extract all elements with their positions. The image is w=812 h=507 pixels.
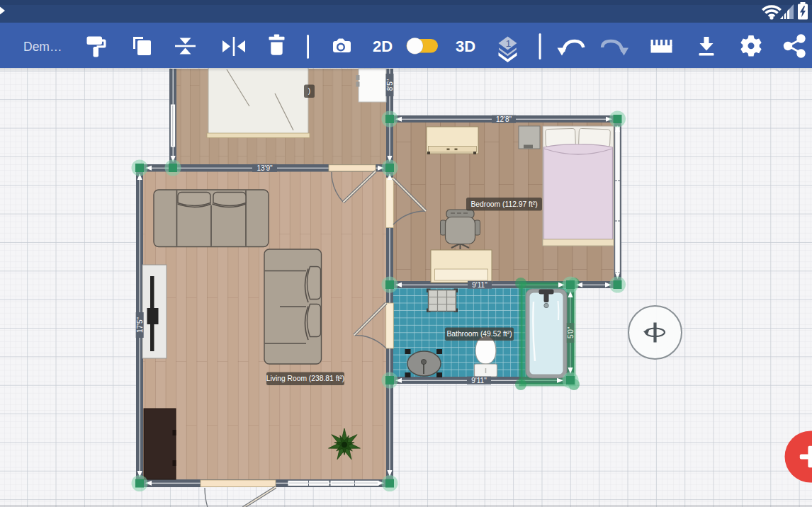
svg-text:Bedroom (112.97 ft²): Bedroom (112.97 ft²): [470, 200, 537, 208]
svg-text:1: 1: [506, 38, 512, 49]
svg-text:2D: 2D: [373, 38, 393, 55]
svg-text:13'9": 13'9": [256, 164, 273, 172]
svg-text:Dem…: Dem…: [23, 40, 62, 54]
svg-text:12'8": 12'8": [496, 115, 512, 123]
svg-text:): ): [308, 87, 310, 95]
svg-text:9'11": 9'11": [472, 281, 487, 289]
svg-text:9'11": 9'11": [471, 377, 487, 384]
svg-text:Living Room (238.81 ft²): Living Room (238.81 ft²): [266, 375, 344, 382]
svg-text:Bathroom (49.52 ft²): Bathroom (49.52 ft²): [446, 330, 512, 338]
svg-text:5'0": 5'0": [567, 326, 575, 338]
svg-text:8'5": 8'5": [386, 79, 394, 91]
svg-text:3D: 3D: [456, 38, 475, 55]
svg-text:17'5": 17'5": [136, 317, 144, 333]
